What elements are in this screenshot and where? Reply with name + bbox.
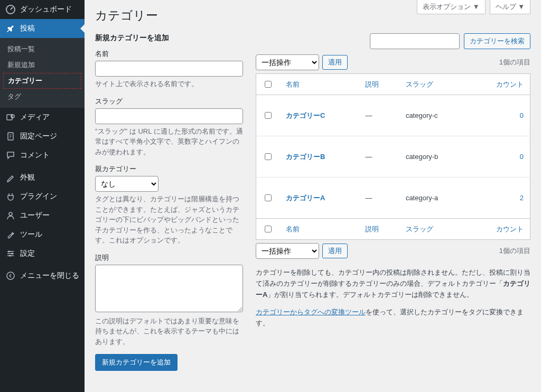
nav-label: ツール [20, 230, 42, 239]
col-count[interactable]: カウント [469, 74, 530, 95]
svg-point-8 [7, 272, 14, 279]
media-icon [5, 112, 16, 123]
sub-posts-new[interactable]: 新規追加 [0, 57, 85, 73]
nav-label: メディア [20, 113, 50, 122]
category-desc: — [359, 95, 399, 136]
comment-icon [5, 150, 16, 161]
search-input[interactable] [370, 33, 460, 49]
col-desc[interactable]: 説明 [359, 219, 399, 240]
nav-media[interactable]: メディア [0, 108, 85, 127]
add-category-form: 新規カテゴリーを追加 名前 サイト上で表示される名前です。 スラッグ "スラッグ… [95, 33, 243, 371]
category-name-link[interactable]: カテゴリーC [286, 111, 325, 119]
slug-input[interactable] [95, 108, 243, 124]
sub-posts-list[interactable]: 投稿一覧 [0, 41, 85, 57]
tablenav-bottom: 一括操作 適用 1個の項目 [256, 243, 530, 259]
nav-settings[interactable]: 設定 [0, 244, 85, 263]
row-checkbox[interactable] [265, 153, 272, 160]
slug-label: スラッグ [95, 97, 243, 106]
nav-collapse[interactable]: メニューを閉じる [0, 266, 85, 285]
nav-plugins[interactable]: プラグイン [0, 187, 85, 206]
page-icon [5, 131, 16, 142]
submit-button[interactable]: 新規カテゴリーを追加 [95, 354, 178, 371]
help-tab[interactable]: ヘルプ ▼ [490, 0, 530, 14]
plug-icon [5, 191, 16, 202]
svg-point-5 [8, 251, 10, 253]
nav-label: ユーザー [20, 211, 50, 220]
apply-button-top[interactable]: 適用 [322, 55, 348, 70]
nav-pages[interactable]: 固定ページ [0, 127, 85, 146]
row-checkbox[interactable] [265, 112, 272, 119]
brush-icon [5, 172, 16, 183]
category-count[interactable]: 0 [469, 95, 530, 136]
nav-posts-submenu: 投稿一覧 新規追加 カテゴリー タグ [0, 38, 85, 108]
col-slug[interactable]: スラッグ [399, 219, 469, 240]
parent-select[interactable]: なし [95, 176, 158, 192]
search-button[interactable]: カテゴリーを検索 [464, 33, 530, 49]
category-slug: category-b [399, 136, 469, 178]
screen-meta: 表示オプション ▼ ヘルプ ▼ [417, 0, 530, 14]
category-count[interactable]: 2 [469, 178, 530, 219]
svg-point-4 [9, 212, 12, 216]
row-checkbox[interactable] [265, 194, 272, 201]
apply-button-bottom[interactable]: 適用 [322, 244, 348, 258]
nav-users[interactable]: ユーザー [0, 206, 85, 225]
col-name[interactable]: 名前 [279, 219, 359, 240]
svg-point-2 [11, 115, 14, 118]
pin-icon [5, 23, 16, 34]
category-list-column: カテゴリーを検索 一括操作 適用 1個の項目 名前 [256, 33, 530, 371]
parent-label: 親カテゴリー [95, 164, 243, 174]
screen-options-tab[interactable]: 表示オプション ▼ [417, 0, 485, 14]
bulk-action-select-bottom[interactable]: 一括操作 [256, 243, 319, 259]
desc-textarea[interactable] [95, 265, 243, 312]
svg-point-7 [10, 255, 11, 257]
col-slug[interactable]: スラッグ [399, 74, 469, 95]
slug-help: "スラッグ" は URL に適した形式の名前です。通常はすべて半角小文字で、英数… [95, 126, 243, 157]
category-desc: — [359, 136, 399, 178]
desc-label: 説明 [95, 253, 243, 263]
col-name[interactable]: 名前 [279, 74, 359, 95]
nav-label: プラグイン [20, 192, 57, 201]
nav-posts[interactable]: 投稿 [0, 19, 85, 38]
nav-label: 設定 [20, 249, 35, 258]
nav-label: 投稿 [20, 24, 35, 33]
sub-posts-categories[interactable]: カテゴリー [3, 73, 81, 89]
nav-dashboard[interactable]: ダッシュボード [0, 0, 85, 19]
desc-help: この説明はデフォルトではあまり重要な意味を持ちませんが、これを表示するテーマも中… [95, 316, 243, 347]
category-name-link[interactable]: カテゴリーB [286, 153, 325, 161]
table-row: カテゴリーC—category-c0 [256, 95, 530, 136]
table-row: カテゴリーA—category-a2 [256, 178, 530, 219]
category-slug: category-c [399, 95, 469, 136]
col-desc[interactable]: 説明 [359, 74, 399, 95]
name-help: サイト上で表示される名前です。 [95, 79, 243, 89]
nav-appearance[interactable]: 外観 [0, 168, 85, 187]
svg-point-6 [12, 253, 13, 255]
name-input[interactable] [95, 61, 243, 77]
admin-sidebar: ダッシュボード 投稿 投稿一覧 新規追加 カテゴリー タグ メディア 固定ページ [0, 0, 85, 392]
parent-help: タグとは異なり、カテゴリーは階層構造を持つことができます。たとえば、ジャズという… [95, 194, 243, 246]
field-name: 名前 サイト上で表示される名前です。 [95, 49, 243, 89]
name-label: 名前 [95, 49, 243, 59]
form-section-title: 新規カテゴリーを追加 [95, 33, 243, 43]
select-all-top[interactable] [265, 81, 272, 88]
collapse-icon [5, 270, 16, 281]
converter-link[interactable]: カテゴリーからタグへの変換ツール [256, 308, 366, 316]
col-count[interactable]: カウント [469, 219, 530, 240]
nav-tools[interactable]: ツール [0, 225, 85, 244]
nav-comments[interactable]: コメント [0, 146, 85, 165]
category-slug: category-a [399, 178, 469, 219]
main-content: 表示オプション ▼ ヘルプ ▼ カテゴリー 新規カテゴリーを追加 名前 サイト上… [85, 0, 541, 392]
category-name-link[interactable]: カテゴリーA [286, 194, 325, 202]
category-count[interactable]: 0 [469, 136, 530, 178]
sliders-icon [5, 248, 16, 259]
user-icon [5, 210, 16, 221]
field-parent: 親カテゴリー なし タグとは異なり、カテゴリーは階層構造を持つことができます。た… [95, 164, 243, 246]
wrench-icon [5, 229, 16, 240]
nav-label: メニューを閉じる [20, 271, 79, 281]
select-all-bottom[interactable] [265, 226, 272, 232]
items-count-bottom: 1個の項目 [499, 246, 530, 256]
nav-label: ダッシュボード [20, 5, 72, 14]
sub-posts-tags[interactable]: タグ [0, 89, 85, 105]
dashboard-icon [5, 4, 16, 15]
bulk-action-select-top[interactable]: 一括操作 [256, 54, 319, 70]
field-slug: スラッグ "スラッグ" は URL に適した形式の名前です。通常はすべて半角小文… [95, 97, 243, 157]
